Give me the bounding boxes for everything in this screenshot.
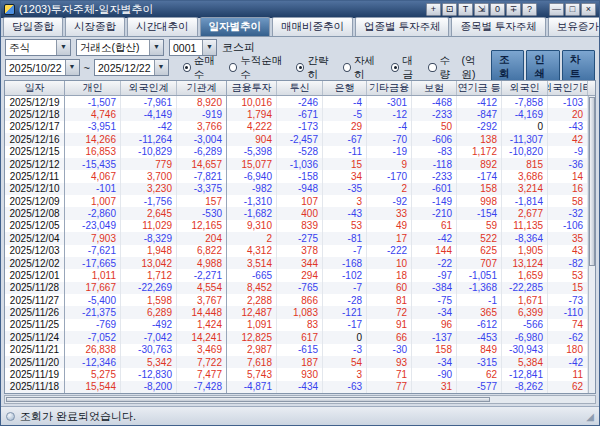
chevron-down-icon[interactable]: ▼ (154, 60, 168, 75)
table-row[interactable]: 2025/12/10-1013,230-3,375-982-948-352-60… (5, 183, 588, 195)
radio-option[interactable]: 대금 (391, 54, 420, 82)
market-select[interactable]: 주식 ▼ (5, 39, 71, 56)
table-row[interactable]: 2025/12/03-7,6211,9486,8224,312378-7-222… (5, 245, 588, 257)
tab-1[interactable]: 시장종합 (65, 17, 125, 36)
zero-button[interactable]: 0 (490, 3, 505, 16)
table-cell: 839 (277, 220, 323, 232)
horizontal-scrollbar[interactable] (4, 395, 596, 404)
table-row[interactable]: 2025/12/19-1,507-7,9618,92010,016-246-4-… (5, 96, 588, 108)
column-header[interactable]: 외국인 (502, 81, 548, 95)
table-cell: 5,743 (227, 368, 277, 380)
minimize-button[interactable]: — (549, 3, 564, 16)
radio-option[interactable]: 누적순매수 (229, 54, 286, 82)
help-button[interactable]: ? (522, 3, 537, 16)
table-row[interactable]: 2025/11/2817,667-22,2694,5548,452-765-76… (5, 282, 588, 294)
table-cell: 13,042 (121, 257, 177, 269)
radio-icon[interactable] (391, 63, 399, 72)
table-cell: 2025/12/12 (5, 158, 65, 170)
radio-icon[interactable] (183, 63, 191, 72)
table-cell: -67 (323, 133, 367, 145)
table-row[interactable]: 2025/12/02-17,66513,0424,9883,514344-168… (5, 257, 588, 269)
column-header[interactable]: 은행 (323, 81, 367, 95)
table-row[interactable]: 2025/11/2126,838-30,7633,4692,987-615-3-… (5, 344, 588, 356)
column-header[interactable]: 개인 (65, 81, 121, 95)
chevron-down-icon[interactable]: ▼ (65, 60, 79, 75)
table-cell: -170 (367, 170, 412, 182)
table-cell: -154 (457, 207, 502, 219)
table-row[interactable]: 2025/11/27-5,4001,5983,7672,288866-2881-… (5, 294, 588, 306)
radio-option[interactable]: 자세히 (343, 54, 382, 82)
table-cell: 7,722 (177, 356, 227, 368)
table-row[interactable]: 2025/12/17-3,951-423,7664,222-17329-450-… (5, 121, 588, 133)
table-row[interactable]: 2025/11/24-7,052-7,04214,24112,825617066… (5, 331, 588, 343)
table-cell: -121 (323, 306, 367, 318)
table-row[interactable]: 2025/11/195,275-12,8307,4775,743930371-9… (5, 368, 588, 380)
table-row[interactable]: 2025/11/25-769-4921,4241,09183-179196-61… (5, 319, 588, 331)
radio-icon[interactable] (229, 63, 237, 72)
table-row[interactable]: 2025/12/184,746-4,149-9191,794-671-5-12-… (5, 108, 588, 120)
column-header[interactable]: 보험 (412, 81, 457, 95)
radio-option[interactable]: 순매수 (183, 54, 222, 82)
tab-0[interactable]: 당일종합 (3, 17, 63, 36)
table-row[interactable]: 2025/11/26-21,3756,28914,44812,4871,083-… (5, 306, 588, 318)
maximize-button[interactable]: □ (565, 3, 580, 16)
tab-7[interactable]: 보유증가종목 (548, 17, 600, 36)
radio-option[interactable]: 간략히 (296, 54, 335, 82)
tab-3[interactable]: 일자별추이 (200, 17, 271, 36)
table-cell: 138 (457, 133, 502, 145)
t-button[interactable]: T (458, 3, 473, 16)
table-row[interactable]: 2025/12/047,903-8,3292042-275-8117-42522… (5, 232, 588, 244)
vertical-scrollbar-thumb[interactable] (589, 97, 595, 266)
column-header[interactable]: 기타금융 (367, 81, 412, 95)
exchange-select[interactable]: 거래소(합산) ▼ (76, 39, 164, 56)
table-row[interactable]: 2025/11/1815,544-8,200-7,428-4,871-434-6… (5, 381, 588, 393)
table-row[interactable]: 2025/12/114,0673,700-7,821-6,940-15834-1… (5, 170, 588, 182)
column-header[interactable]: 투신 (277, 81, 323, 95)
vertical-scrollbar[interactable] (588, 96, 595, 393)
close-button[interactable]: × (581, 3, 596, 16)
date-to-select[interactable]: 2025/12/22 ▼ (94, 59, 169, 76)
table-cell: 29 (323, 121, 367, 133)
table-cell: 9,310 (227, 220, 277, 232)
table-cell: 10,016 (227, 96, 277, 108)
date-from-select[interactable]: 2025/10/22 ▼ (5, 59, 80, 76)
table-row[interactable]: 2025/12/1614,266-11,264-3,004904-2,457-6… (5, 133, 588, 145)
table-cell: -1,507 (65, 96, 121, 108)
table-cell: 12,487 (227, 306, 277, 318)
column-header[interactable]: 금융투자 (227, 81, 277, 95)
radio-icon[interactable] (428, 63, 436, 72)
table-cell: -530 (177, 207, 227, 219)
table-cell: 3,214 (502, 183, 548, 195)
chevron-down-icon[interactable]: ▼ (56, 40, 70, 55)
chevron-down-icon[interactable]: ▼ (149, 40, 163, 55)
horizontal-scrollbar-thumb[interactable] (6, 397, 490, 402)
table-row[interactable]: 2025/12/011,0111,712-2,271-665294-10218-… (5, 269, 588, 281)
column-header[interactable]: 일자 (5, 81, 65, 95)
resize-grip-icon[interactable]: ◢ (586, 411, 594, 422)
tab-2[interactable]: 시간대추이 (127, 17, 198, 36)
tab-4[interactable]: 매매비중추이 (272, 17, 353, 36)
radio-icon[interactable] (296, 63, 304, 72)
table-row[interactable]: 2025/12/08-2,8602,645-530-1,682400-4333-… (5, 207, 588, 219)
column-header[interactable]: 연기금 등 (457, 81, 502, 95)
add-button[interactable]: + (426, 3, 441, 16)
column-header[interactable]: 외국인기타 (548, 81, 588, 95)
table-row[interactable]: 2025/11/20-12,3465,3427,7227,6181875493-… (5, 356, 588, 368)
table-cell: 5,342 (121, 356, 177, 368)
column-header[interactable]: 기관계 (177, 81, 227, 95)
table-cell: -7 (323, 245, 367, 257)
table-row[interactable]: 2025/12/091,007-1,756157-1,3101073-92-14… (5, 195, 588, 207)
table-row[interactable]: 2025/12/12-15,43577914,65715,077-1,03615… (5, 158, 588, 170)
radio-option[interactable]: 수량 (428, 54, 457, 82)
screen-button[interactable]: ⊡ (442, 3, 457, 16)
tab-6[interactable]: 종목별 투자주체 (451, 17, 545, 36)
pin-button[interactable]: ∓ (506, 3, 521, 16)
tab-5[interactable]: 업종별 투자주체 (355, 17, 449, 36)
resize-mode-button[interactable]: ⇲ (474, 3, 489, 16)
table-cell: 2025/11/21 (5, 344, 65, 356)
table-row[interactable]: 2025/12/1516,853-10,829-6,289-5,398-528-… (5, 146, 588, 158)
table-cell: -12,841 (502, 368, 548, 380)
radio-icon[interactable] (343, 63, 351, 72)
column-header[interactable]: 외국인계 (121, 81, 177, 95)
table-row[interactable]: 2025/12/05-23,04911,02912,1659,310839534… (5, 220, 588, 232)
